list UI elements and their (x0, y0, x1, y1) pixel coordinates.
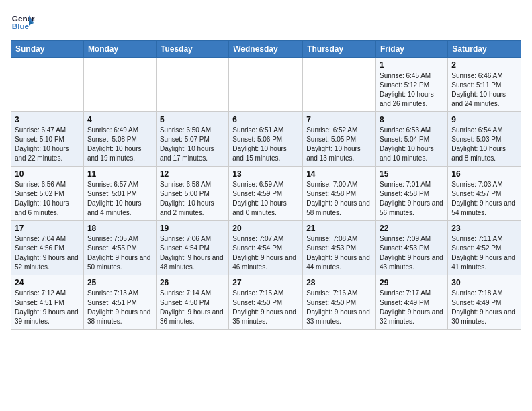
day-number: 2 (451, 60, 517, 70)
day-number: 9 (451, 115, 517, 124)
day-info: Sunrise: 7:01 AM Sunset: 4:58 PM Dayligh… (380, 180, 444, 218)
day-header-tuesday: Tuesday (156, 41, 228, 58)
week-row-2: 10Sunrise: 6:56 AM Sunset: 5:02 PM Dayli… (11, 167, 521, 221)
day-cell: 26Sunrise: 7:14 AM Sunset: 4:50 PM Dayli… (156, 275, 228, 330)
week-row-1: 3Sunrise: 6:47 AM Sunset: 5:10 PM Daylig… (11, 112, 521, 167)
day-number: 12 (160, 169, 225, 179)
day-number: 23 (451, 224, 517, 233)
day-number: 16 (451, 169, 517, 179)
svg-text:Blue: Blue (12, 21, 30, 30)
day-number: 17 (15, 224, 80, 233)
day-cell (83, 58, 156, 112)
day-info: Sunrise: 6:53 AM Sunset: 5:04 PM Dayligh… (380, 126, 444, 163)
day-cell: 10Sunrise: 6:56 AM Sunset: 5:02 PM Dayli… (11, 167, 84, 221)
day-info: Sunrise: 6:54 AM Sunset: 5:03 PM Dayligh… (451, 126, 517, 163)
day-number: 5 (160, 115, 225, 124)
day-cell: 21Sunrise: 7:08 AM Sunset: 4:53 PM Dayli… (303, 221, 376, 275)
day-number: 10 (15, 169, 80, 179)
day-info: Sunrise: 7:15 AM Sunset: 4:50 PM Dayligh… (232, 289, 299, 326)
day-cell: 14Sunrise: 7:00 AM Sunset: 4:58 PM Dayli… (303, 167, 376, 221)
week-row-0: 1Sunrise: 6:45 AM Sunset: 5:12 PM Daylig… (11, 58, 521, 112)
day-cell (303, 58, 376, 112)
day-header-friday: Friday (376, 41, 448, 58)
day-cell: 2Sunrise: 6:46 AM Sunset: 5:11 PM Daylig… (448, 58, 521, 112)
day-info: Sunrise: 6:45 AM Sunset: 5:12 PM Dayligh… (380, 71, 444, 109)
day-cell: 12Sunrise: 6:58 AM Sunset: 5:00 PM Dayli… (156, 167, 228, 221)
day-cell: 24Sunrise: 7:12 AM Sunset: 4:51 PM Dayli… (11, 275, 84, 330)
week-row-4: 24Sunrise: 7:12 AM Sunset: 4:51 PM Dayli… (11, 275, 521, 330)
calendar-body: 1Sunrise: 6:45 AM Sunset: 5:12 PM Daylig… (11, 58, 521, 330)
day-info: Sunrise: 6:57 AM Sunset: 5:01 PM Dayligh… (87, 180, 152, 218)
day-cell: 6Sunrise: 6:51 AM Sunset: 5:06 PM Daylig… (229, 112, 303, 167)
day-cell: 8Sunrise: 6:53 AM Sunset: 5:04 PM Daylig… (376, 112, 448, 167)
day-info: Sunrise: 6:46 AM Sunset: 5:11 PM Dayligh… (451, 71, 517, 109)
day-number: 1 (380, 60, 444, 70)
day-number: 22 (380, 224, 444, 233)
day-cell: 13Sunrise: 6:59 AM Sunset: 4:59 PM Dayli… (229, 167, 303, 221)
day-cell (229, 58, 303, 112)
day-cell: 15Sunrise: 7:01 AM Sunset: 4:58 PM Dayli… (376, 167, 448, 221)
day-number: 25 (87, 278, 152, 287)
week-row-3: 17Sunrise: 7:04 AM Sunset: 4:56 PM Dayli… (11, 221, 521, 275)
page-header: General Blue (11, 11, 521, 35)
day-number: 19 (160, 224, 225, 233)
day-number: 18 (87, 224, 152, 233)
day-cell: 16Sunrise: 7:03 AM Sunset: 4:57 PM Dayli… (448, 167, 521, 221)
day-number: 29 (380, 278, 444, 287)
day-cell: 19Sunrise: 7:06 AM Sunset: 4:54 PM Dayli… (156, 221, 228, 275)
day-number: 15 (380, 169, 444, 179)
day-cell: 25Sunrise: 7:13 AM Sunset: 4:51 PM Dayli… (83, 275, 156, 330)
calendar-header: SundayMondayTuesdayWednesdayThursdayFrid… (11, 41, 521, 58)
day-cell: 30Sunrise: 7:18 AM Sunset: 4:49 PM Dayli… (448, 275, 521, 330)
day-header-monday: Monday (83, 41, 156, 58)
header-row: SundayMondayTuesdayWednesdayThursdayFrid… (11, 41, 521, 58)
day-cell: 28Sunrise: 7:16 AM Sunset: 4:50 PM Dayli… (303, 275, 376, 330)
day-info: Sunrise: 7:14 AM Sunset: 4:50 PM Dayligh… (160, 289, 225, 326)
day-cell: 3Sunrise: 6:47 AM Sunset: 5:10 PM Daylig… (11, 112, 84, 167)
day-info: Sunrise: 6:50 AM Sunset: 5:07 PM Dayligh… (160, 126, 225, 163)
day-info: Sunrise: 7:09 AM Sunset: 4:53 PM Dayligh… (380, 234, 444, 272)
day-cell (11, 58, 84, 112)
day-header-wednesday: Wednesday (229, 41, 303, 58)
calendar-table: SundayMondayTuesdayWednesdayThursdayFrid… (11, 40, 521, 330)
day-cell: 1Sunrise: 6:45 AM Sunset: 5:12 PM Daylig… (376, 58, 448, 112)
day-number: 13 (232, 169, 299, 179)
day-number: 30 (451, 278, 517, 287)
day-info: Sunrise: 7:07 AM Sunset: 4:54 PM Dayligh… (232, 234, 299, 272)
day-cell (156, 58, 228, 112)
day-number: 14 (306, 169, 372, 179)
day-number: 6 (232, 115, 299, 124)
day-info: Sunrise: 7:04 AM Sunset: 4:56 PM Dayligh… (15, 234, 80, 272)
day-info: Sunrise: 7:11 AM Sunset: 4:52 PM Dayligh… (451, 234, 517, 272)
day-number: 27 (232, 278, 299, 287)
day-number: 21 (306, 224, 372, 233)
day-cell: 11Sunrise: 6:57 AM Sunset: 5:01 PM Dayli… (83, 167, 156, 221)
day-number: 24 (15, 278, 80, 287)
day-cell: 27Sunrise: 7:15 AM Sunset: 4:50 PM Dayli… (229, 275, 303, 330)
day-cell: 22Sunrise: 7:09 AM Sunset: 4:53 PM Dayli… (376, 221, 448, 275)
day-info: Sunrise: 6:59 AM Sunset: 4:59 PM Dayligh… (232, 180, 299, 218)
day-cell: 23Sunrise: 7:11 AM Sunset: 4:52 PM Dayli… (448, 221, 521, 275)
day-info: Sunrise: 7:13 AM Sunset: 4:51 PM Dayligh… (87, 289, 152, 326)
day-number: 3 (15, 115, 80, 124)
day-info: Sunrise: 6:49 AM Sunset: 5:08 PM Dayligh… (87, 126, 152, 163)
day-number: 7 (306, 115, 372, 124)
day-number: 20 (232, 224, 299, 233)
day-header-sunday: Sunday (11, 41, 84, 58)
day-info: Sunrise: 6:56 AM Sunset: 5:02 PM Dayligh… (15, 180, 80, 218)
day-cell: 5Sunrise: 6:50 AM Sunset: 5:07 PM Daylig… (156, 112, 228, 167)
day-info: Sunrise: 7:06 AM Sunset: 4:54 PM Dayligh… (160, 234, 225, 272)
day-cell: 29Sunrise: 7:17 AM Sunset: 4:49 PM Dayli… (376, 275, 448, 330)
day-info: Sunrise: 7:16 AM Sunset: 4:50 PM Dayligh… (306, 289, 372, 326)
day-number: 28 (306, 278, 372, 287)
day-cell: 7Sunrise: 6:52 AM Sunset: 5:05 PM Daylig… (303, 112, 376, 167)
day-number: 8 (380, 115, 444, 124)
day-info: Sunrise: 6:51 AM Sunset: 5:06 PM Dayligh… (232, 126, 299, 163)
day-number: 26 (160, 278, 225, 287)
day-info: Sunrise: 7:08 AM Sunset: 4:53 PM Dayligh… (306, 234, 372, 272)
day-info: Sunrise: 7:17 AM Sunset: 4:49 PM Dayligh… (380, 289, 444, 326)
day-info: Sunrise: 7:00 AM Sunset: 4:58 PM Dayligh… (306, 180, 372, 218)
day-cell: 9Sunrise: 6:54 AM Sunset: 5:03 PM Daylig… (448, 112, 521, 167)
day-info: Sunrise: 6:58 AM Sunset: 5:00 PM Dayligh… (160, 180, 225, 218)
day-cell: 17Sunrise: 7:04 AM Sunset: 4:56 PM Dayli… (11, 221, 84, 275)
